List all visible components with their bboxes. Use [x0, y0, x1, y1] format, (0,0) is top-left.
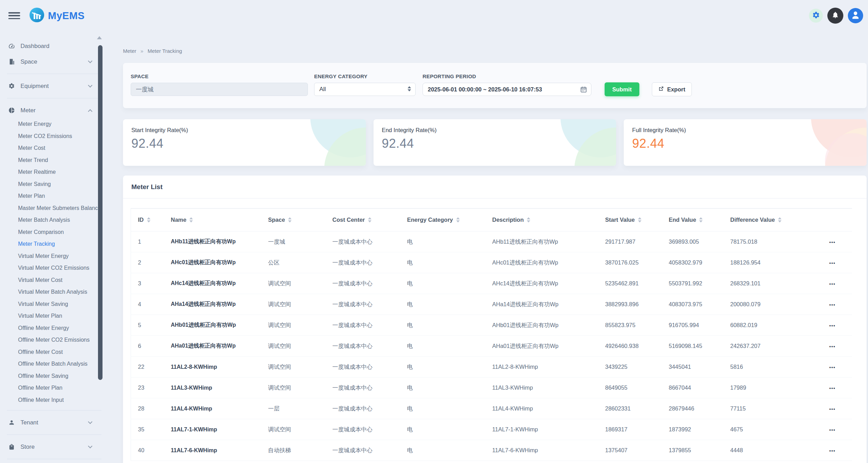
sidebar-item-offline-meter-saving[interactable]: Offline Meter Saving: [0, 370, 108, 382]
sidebar-item-virtual-meter-plan[interactable]: Virtual Meter Plan: [0, 310, 108, 322]
notifications-button[interactable]: [827, 8, 843, 24]
sidebar-item-meter-co2-emissions[interactable]: Meter CO2 Emissions: [0, 130, 108, 143]
row-actions-button[interactable]: •••: [829, 365, 836, 370]
sidebar-item-meter-batch-analysis[interactable]: Meter Batch Analysis: [0, 214, 108, 226]
sidebar-item-space[interactable]: Space: [0, 54, 108, 70]
sidebar-item-offline-meter-batch-analysis[interactable]: Offline Meter Batch Analysis: [0, 358, 108, 370]
sidebar-item-virtual-meter-co2-emissions[interactable]: Virtual Meter CO2 Emissions: [0, 262, 108, 274]
sidebar-item-tenant[interactable]: Tenant: [0, 415, 108, 430]
submit-button[interactable]: Submit: [605, 82, 639, 96]
column-header-name[interactable]: Name: [164, 209, 261, 232]
row-actions-button[interactable]: •••: [829, 302, 836, 307]
cell-description: AHb01进线柜正向有功Wp: [485, 315, 598, 336]
bell-icon: [832, 11, 839, 20]
export-button[interactable]: Export: [652, 82, 692, 96]
cell-id: 4: [131, 294, 164, 315]
sidebar-item-meter-realtime[interactable]: Meter Realtime: [0, 166, 108, 178]
row-actions-button[interactable]: •••: [829, 427, 836, 432]
sidebar-item-meter-trend[interactable]: Meter Trend: [0, 154, 108, 166]
cell-cost-center: 一度城成本中心: [326, 419, 400, 440]
cell-energy-category: 电: [400, 336, 485, 357]
column-header-end-value[interactable]: End Value: [662, 209, 723, 232]
column-header-label: Name: [171, 217, 187, 223]
sidebar-item-offline-meter-plan[interactable]: Offline Meter Plan: [0, 382, 108, 394]
cell-start-value: 4926460.938: [598, 336, 662, 357]
cell-actions: •••: [822, 357, 852, 377]
row-actions-button[interactable]: •••: [829, 406, 836, 412]
row-actions-button[interactable]: •••: [829, 239, 836, 245]
sidebar-divider: [7, 459, 101, 459]
sidebar-item-meter[interactable]: Meter: [0, 103, 108, 118]
column-header-actions: [822, 209, 852, 232]
cell-name: 11AL4-KWHimp: [164, 398, 261, 419]
stat-title: Full Integrity Rate(%): [632, 127, 858, 133]
sidebar-item-virtual-meter-saving[interactable]: Virtual Meter Saving: [0, 298, 108, 310]
sidebar-item-store[interactable]: Store: [0, 439, 108, 455]
energy-category-select[interactable]: All: [314, 83, 416, 96]
sidebar-item-meter-comparison[interactable]: Meter Comparison: [0, 226, 108, 238]
sidebar-item-offline-meter-energy[interactable]: Offline Meter Energy: [0, 322, 108, 334]
sidebar-item-offline-meter-co2-emissions[interactable]: Offline Meter CO2 Emissions: [0, 334, 108, 346]
cell-end-value: 1379855: [662, 440, 723, 461]
sidebar-item-meter-saving[interactable]: Meter Saving: [0, 178, 108, 190]
column-header-difference-value[interactable]: Difference Value: [723, 209, 822, 232]
sidebar-item-virtual-meter-batch-analysis[interactable]: Virtual Meter Batch Analysis: [0, 286, 108, 298]
sidebar-item-meter-energy[interactable]: Meter Energy: [0, 118, 108, 130]
dashboard-icon: [8, 43, 15, 50]
cell-actions: •••: [822, 440, 852, 461]
settings-button[interactable]: [809, 9, 823, 23]
cell-energy-category: 电: [400, 377, 485, 398]
sidebar-item-equipment[interactable]: Equipment: [0, 78, 108, 94]
sidebar-item-dashboard[interactable]: Dashboard: [0, 38, 108, 54]
cell-description: AHa01进线柜正向有功Wp: [485, 336, 598, 357]
cell-id: 6: [131, 336, 164, 357]
sidebar-scrollbar[interactable]: [98, 45, 103, 380]
reporting-period-value: 2025-06-01 00:00:00 ~ 2025-06-10 16:07:5…: [428, 86, 542, 93]
sidebar-item-virtual-meter-energy[interactable]: Virtual Meter Energy: [0, 250, 108, 262]
cell-description: AHc14进线柜正向有功Wp: [485, 273, 598, 294]
column-header-label: ID: [138, 217, 144, 223]
sort-icon: [288, 217, 292, 222]
breadcrumb-meter[interactable]: Meter: [123, 48, 136, 54]
user-avatar[interactable]: [848, 8, 863, 23]
sidebar-item-offline-meter-cost[interactable]: Offline Meter Cost: [0, 346, 108, 358]
column-header-id[interactable]: ID: [131, 209, 164, 232]
hamburger-menu-icon[interactable]: [8, 11, 20, 20]
column-header-label: Cost Center: [333, 217, 365, 223]
table-row: 3AHc14进线柜正向有功Wp调试空间一度城成本中心电AHc14进线柜正向有功W…: [131, 273, 852, 294]
column-header-start-value[interactable]: Start Value: [598, 209, 662, 232]
stat-title: End Integrity Rate(%): [382, 127, 608, 133]
table-row: 1AHb11进线柜正向有功Wp一度城一度城成本中心电AHb11进线柜正向有功Wp…: [131, 232, 852, 252]
brand-logo[interactable]: MyEMS: [29, 7, 85, 24]
calendar-icon[interactable]: [580, 86, 587, 95]
sidebar-item-master-meter-submeters-balance[interactable]: Master Meter Submeters Balance: [0, 202, 108, 214]
cell-space: 调试空间: [261, 294, 326, 315]
scrollbar-up-arrow[interactable]: [97, 36, 102, 39]
sidebar-item-meter-tracking[interactable]: Meter Tracking: [0, 238, 108, 250]
cell-start-value: 3870176.025: [598, 252, 662, 273]
sidebar-item-meter-cost[interactable]: Meter Cost: [0, 142, 108, 154]
user-icon: [8, 419, 15, 426]
sidebar-item-offline-meter-input[interactable]: Offline Meter Input: [0, 394, 108, 406]
row-actions-button[interactable]: •••: [829, 344, 836, 349]
row-actions-button[interactable]: •••: [829, 323, 836, 328]
table-row: 2211AL2-8-KWHimp调试空间一度城成本中心电11AL2-8-KWHi…: [131, 357, 852, 377]
column-header-cost-center[interactable]: Cost Center: [326, 209, 400, 232]
row-actions-button[interactable]: •••: [829, 260, 836, 266]
column-header-energy-category[interactable]: Energy Category: [400, 209, 485, 232]
row-actions-button[interactable]: •••: [829, 385, 836, 391]
row-actions-button[interactable]: •••: [829, 448, 836, 453]
sidebar-item-virtual-meter-cost[interactable]: Virtual Meter Cost: [0, 274, 108, 286]
space-input[interactable]: 一度城: [131, 83, 308, 96]
column-header-description[interactable]: Description: [485, 209, 598, 232]
column-header-label: Difference Value: [730, 217, 775, 223]
column-header-space[interactable]: Space: [261, 209, 326, 232]
cell-difference-value: 200080.079: [723, 294, 822, 315]
row-actions-button[interactable]: •••: [829, 281, 836, 286]
sort-icon: [638, 217, 641, 222]
cell-cost-center: 一度城成本中心: [326, 294, 400, 315]
chevron-down-icon: [88, 420, 92, 424]
sidebar-item-meter-plan[interactable]: Meter Plan: [0, 190, 108, 202]
reporting-period-input[interactable]: 2025-06-01 00:00:00 ~ 2025-06-10 16:07:5…: [423, 83, 591, 96]
stat-card-start-integrity: Start Integrity Rate(%) 92.44: [123, 119, 366, 166]
